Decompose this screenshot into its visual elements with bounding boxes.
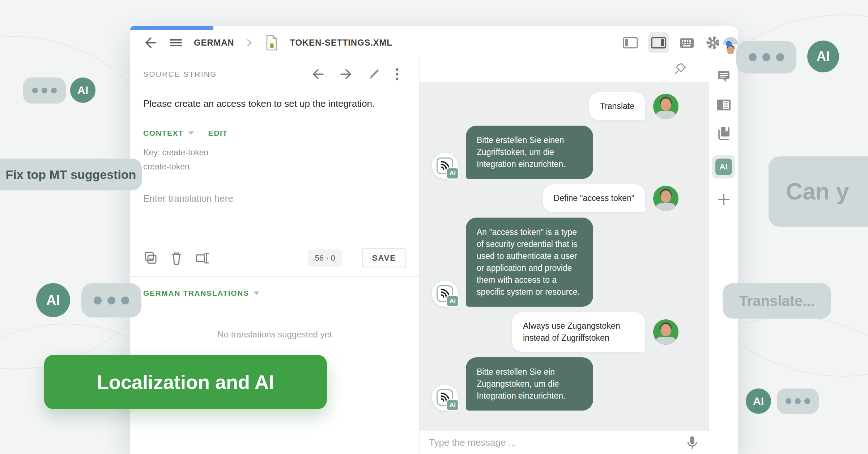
top-bar: GERMAN TOKEN-SETTINGS.XML	[130, 30, 738, 56]
chat-message-input[interactable]	[429, 437, 685, 448]
clear-translation-icon[interactable]	[169, 251, 184, 266]
more-options-icon[interactable]	[395, 67, 400, 81]
add-tab-icon[interactable]	[716, 192, 731, 207]
back-icon[interactable]	[142, 35, 158, 51]
progress-bar	[130, 26, 213, 30]
chevron-down-icon	[188, 131, 194, 135]
no-translations-message: No translations suggested yet	[143, 329, 406, 340]
context-value: create-token	[143, 162, 406, 172]
breadcrumb-language[interactable]: GERMAN	[194, 38, 234, 48]
pin-icon[interactable]	[673, 62, 688, 76]
context-key: Key: create-token	[143, 148, 406, 157]
chat-message-ai: AI Bitte erstellen Sie einen Zugriffstok…	[420, 126, 709, 179]
decor-dots-bubble	[777, 388, 819, 414]
chat-messages: Translate AI Bitte erstellen Sie einen Z…	[420, 82, 709, 431]
message-text: Always use Zugangstoken instead of Zugri…	[512, 312, 645, 352]
layout-left-panel-icon[interactable]	[622, 35, 639, 50]
message-text: Bitte erstellen Sie einen Zugriffstoken,…	[466, 126, 593, 179]
chat-message-ai: AI An "access token" is a type of securi…	[420, 218, 709, 307]
comments-tab-icon[interactable]	[716, 69, 732, 84]
divider	[130, 184, 419, 184]
chat-input-bar	[420, 431, 709, 454]
ai-chat-panel: Translate AI Bitte erstellen Sie einen Z…	[420, 56, 709, 454]
microphone-icon[interactable]	[685, 435, 699, 451]
previous-string-icon[interactable]	[311, 68, 325, 81]
message-text: Define "access token"	[543, 184, 645, 212]
decor-dots-bubble	[736, 41, 796, 73]
decor-dots-bubble	[23, 77, 66, 104]
translation-input[interactable]	[143, 193, 406, 247]
context-label: CONTEXT	[143, 129, 184, 138]
edit-pencil-icon[interactable]	[367, 67, 381, 81]
topbar-actions	[622, 32, 731, 53]
ai-avatar-badge: AI	[446, 399, 459, 411]
divider	[130, 276, 419, 277]
user-avatar	[653, 319, 678, 345]
next-string-icon[interactable]	[339, 68, 353, 81]
character-counter: 56 · 0	[308, 249, 341, 267]
breadcrumb: GERMAN TOKEN-SETTINGS.XML	[142, 34, 392, 51]
decor-ai-badge: AI	[746, 388, 771, 414]
decor-ai-badge: AI	[807, 41, 839, 72]
chat-header	[420, 56, 709, 82]
chat-message-ai: AI Bitte erstellen Sie ein Zugangstoken,…	[420, 357, 709, 411]
german-translations-label: GERMAN TRANSLATIONS	[143, 289, 249, 298]
decor-translate-bubble: Translate...	[723, 283, 831, 319]
menu-icon[interactable]	[169, 35, 183, 50]
settings-gear-icon[interactable]	[705, 34, 721, 51]
chevron-down-icon	[254, 291, 259, 295]
context-card-tab-icon[interactable]	[715, 98, 732, 112]
decor-fix-suggestion-bubble: Fix top MT suggestion	[0, 159, 142, 190]
ai-avatar-badge: AI	[446, 295, 459, 307]
message-text: Translate	[589, 92, 645, 120]
save-button[interactable]: SAVE	[362, 248, 406, 268]
decor-ai-badge: AI	[36, 283, 70, 317]
user-avatar	[653, 186, 678, 211]
user-avatar	[653, 94, 678, 119]
notification-dot	[726, 41, 732, 47]
message-text: Bitte erstellen Sie ein Zugangstoken, um…	[466, 357, 593, 411]
ai-tab-badge: AI	[715, 159, 732, 175]
decor-ai-badge: AI	[70, 77, 95, 103]
source-string-text: Please create an access token to set up …	[143, 98, 406, 109]
keyboard-icon[interactable]	[678, 35, 695, 50]
page: { "colors": { "progress_blue": "#5694e6"…	[0, 0, 868, 454]
chevron-right-icon	[245, 38, 254, 48]
breadcrumb-filename[interactable]: TOKEN-SETTINGS.XML	[290, 38, 392, 48]
message-text: An "access token" is a type of security …	[466, 218, 593, 307]
chat-message-user: Define "access token"	[420, 184, 709, 212]
decor-can-bubble: Can y	[769, 156, 868, 227]
glossary-tab-icon[interactable]	[716, 126, 732, 142]
ai-avatar: AI	[432, 281, 458, 307]
ai-avatar: AI	[432, 153, 458, 179]
layout-right-panel-icon[interactable]	[648, 32, 669, 53]
source-string-label: SOURCE STRING	[143, 70, 217, 79]
context-dropdown[interactable]: CONTEXT	[143, 129, 194, 138]
localization-ai-banner: Localization and AI	[44, 355, 327, 409]
copy-source-icon[interactable]	[143, 251, 158, 266]
file-icon	[264, 34, 279, 51]
ai-avatar-badge: AI	[446, 167, 459, 180]
chat-message-user: Always use Zugangstoken instead of Zugri…	[420, 312, 709, 352]
ai-assistant-tab[interactable]: AI	[712, 155, 735, 178]
decor-dots-bubble	[81, 283, 141, 318]
chat-message-user: Translate	[420, 92, 709, 120]
right-sidebar: AI	[709, 56, 738, 454]
select-text-icon[interactable]	[195, 251, 210, 266]
edit-context-link[interactable]: EDIT	[208, 129, 228, 138]
german-translations-section[interactable]: GERMAN TRANSLATIONS	[143, 289, 406, 298]
ai-avatar: AI	[432, 384, 458, 411]
